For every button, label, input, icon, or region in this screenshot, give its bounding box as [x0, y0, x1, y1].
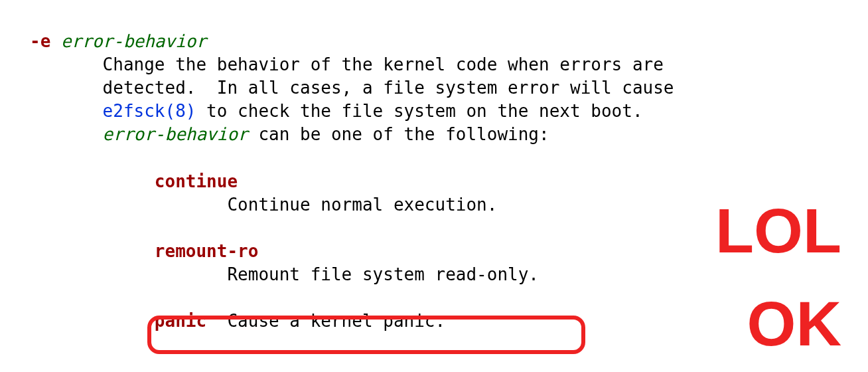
description-line: detected. In all cases, a file system er…	[103, 78, 674, 98]
option-value: remount-ro	[155, 241, 259, 261]
option-value: panic	[155, 311, 206, 331]
man-page-excerpt: -e error-behavior Change the behavior of…	[0, 0, 868, 333]
description-line: Change the behavior of the kernel code w…	[103, 54, 664, 74]
option-value-desc: Cause a kernel panic.	[227, 311, 445, 331]
option-arg: error-behavior	[61, 31, 206, 51]
option-arg-ref: error-behavior	[103, 124, 248, 144]
description-line: can be one of the following:	[248, 124, 549, 144]
option-value: continue	[155, 171, 238, 191]
annotation-lol: LOL	[715, 199, 841, 262]
manpage-link[interactable]: e2fsck(8)	[103, 101, 196, 121]
option-value-desc: Continue normal execution.	[227, 195, 497, 215]
option-value-desc: Remount file system read-only.	[227, 264, 539, 284]
option-flag: -e	[30, 31, 50, 51]
annotation-ok: OK	[747, 292, 842, 355]
description-line: to check the file system on the next boo…	[196, 101, 642, 121]
